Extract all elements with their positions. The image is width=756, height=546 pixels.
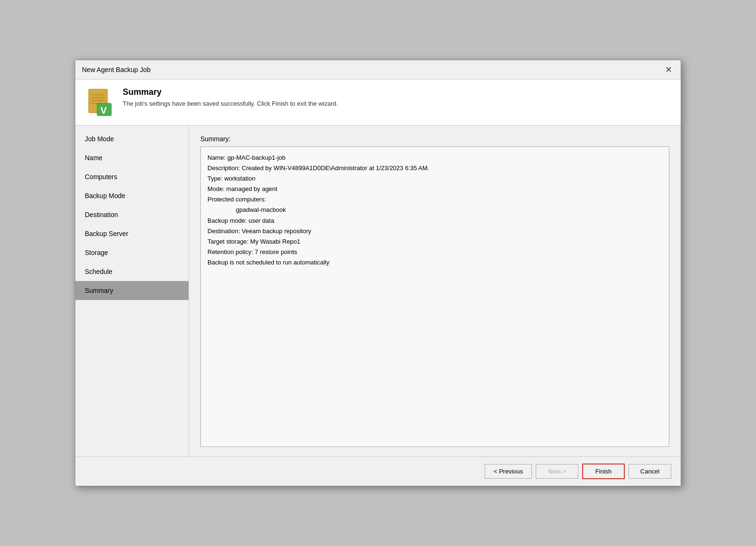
dialog: New Agent Backup Job ✕ V Sum	[75, 60, 681, 486]
sidebar-item-summary[interactable]: Summary	[75, 281, 189, 300]
title-bar: New Agent Backup Job ✕	[75, 60, 681, 80]
content-area: Job Mode Name Computers Backup Mode Dest…	[75, 126, 681, 456]
main-panel: Summary: Name: gp-MAC-backup1-job Descri…	[189, 126, 681, 456]
sidebar-item-job-mode[interactable]: Job Mode	[75, 129, 189, 148]
header-section: V Summary The job's settings have been s…	[75, 80, 681, 126]
summary-line-7: Backup mode: user data	[207, 216, 662, 226]
next-button[interactable]: Next >	[536, 464, 578, 479]
close-button[interactable]: ✕	[663, 64, 674, 75]
summary-line-5: Protected computers:	[207, 194, 662, 205]
summary-line-1: Name: gp-MAC-backup1-job	[207, 153, 662, 163]
cancel-button[interactable]: Cancel	[629, 464, 671, 479]
dialog-title: New Agent Backup Job	[82, 66, 151, 73]
footer: < Previous Next > Finish Cancel	[75, 456, 681, 486]
sidebar-item-backup-server[interactable]: Backup Server	[75, 224, 189, 243]
sidebar-item-name[interactable]: Name	[75, 148, 189, 167]
sidebar-item-destination[interactable]: Destination	[75, 205, 189, 224]
summary-line-6: gpadwal-macbook	[207, 205, 662, 215]
header-title: Summary	[123, 87, 338, 97]
summary-line-2: Description: Created by WIN-V4899A1D0DE\…	[207, 163, 662, 173]
sidebar-item-backup-mode[interactable]: Backup Mode	[75, 186, 189, 205]
summary-line-8: Destination: Veeam backup repository	[207, 226, 662, 237]
summary-box: Name: gp-MAC-backup1-job Description: Cr…	[200, 146, 669, 447]
previous-button[interactable]: < Previous	[485, 464, 532, 479]
summary-line-9: Target storage: My Wasabi Repo1	[207, 237, 662, 247]
header-text: Summary The job's settings have been sav…	[123, 87, 338, 107]
header-description: The job's settings have been saved succe…	[123, 100, 338, 107]
sidebar-item-schedule[interactable]: Schedule	[75, 262, 189, 281]
sidebar-item-storage[interactable]: Storage	[75, 243, 189, 262]
summary-line-3: Type: workstation	[207, 173, 662, 184]
sidebar-item-computers[interactable]: Computers	[75, 167, 189, 186]
summary-line-10: Retention policy: 7 restore points	[207, 247, 662, 257]
svg-text:V: V	[100, 105, 107, 116]
summary-label: Summary:	[200, 135, 669, 143]
sidebar: Job Mode Name Computers Backup Mode Dest…	[75, 126, 189, 456]
wizard-icon: V	[85, 87, 115, 118]
summary-line-4: Mode: managed by agent	[207, 184, 662, 194]
finish-button[interactable]: Finish	[582, 464, 625, 479]
summary-line-11: Backup is not scheduled to run automatic…	[207, 257, 662, 268]
